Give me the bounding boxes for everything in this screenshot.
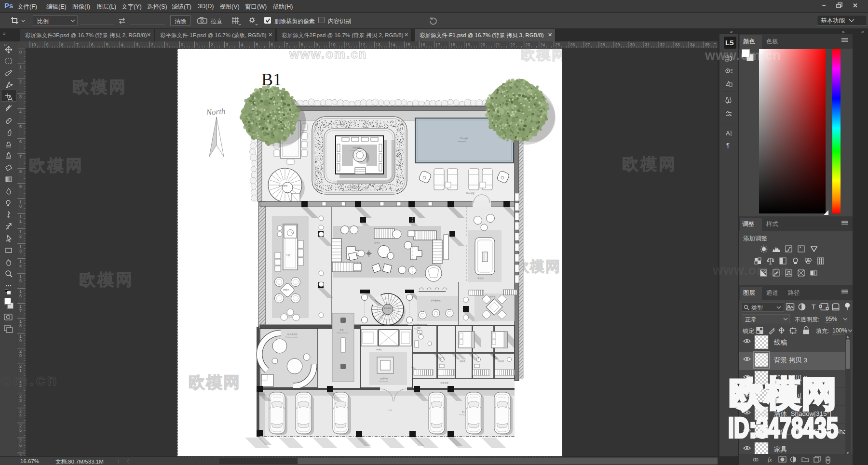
svg-text:线稿: 线稿 [774, 339, 787, 346]
svg-text:欧模网: 欧模网 [29, 156, 84, 174]
svg-text:欧模网: 欧模网 [729, 374, 838, 413]
svg-text:om.cn: om.cn [1, 371, 59, 389]
svg-text:欧模网: 欧模网 [72, 78, 127, 96]
svg-text:ID:3478435: ID:3478435 [728, 412, 838, 444]
svg-text:¶: ¶ [726, 142, 730, 149]
svg-text:欧模网: 欧模网 [79, 270, 134, 289]
svg-text:fx: fx [768, 456, 772, 463]
svg-text:背景 拷贝 3: 背景 拷贝 3 [774, 357, 807, 364]
svg-text:T: T [812, 303, 816, 311]
svg-text:A: A [726, 130, 730, 137]
svg-text:欧模网: 欧模网 [622, 155, 677, 173]
